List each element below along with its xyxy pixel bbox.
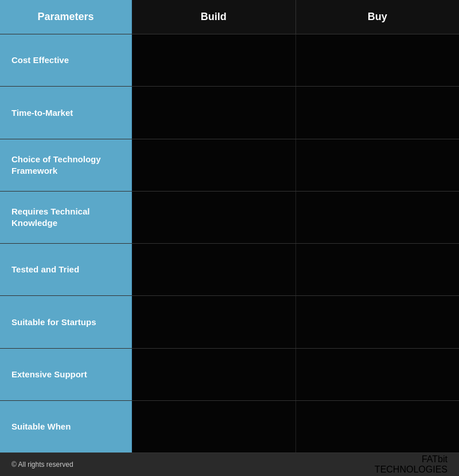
build-technical-knowledge [132, 192, 296, 243]
brand-logo: FAT bit TECHNOLOGIES [375, 454, 448, 475]
param-label: Suitable When [11, 421, 71, 432]
table-footer: © All rights reserved FAT bit TECHNOLOGI… [0, 453, 459, 476]
table-row: Time-to-Market [0, 87, 459, 139]
param-cost-effective: Cost Effective [0, 34, 132, 86]
table-row: Extensive Support [0, 349, 459, 401]
param-extensive-support: Extensive Support [0, 349, 132, 400]
param-label: Extensive Support [11, 369, 87, 380]
build-tested-tried [132, 244, 296, 295]
table-row: Cost Effective [0, 34, 459, 87]
build-technology-framework [132, 139, 296, 191]
param-label: Choice of Technology Framework [11, 154, 120, 176]
build-suitable-when [132, 401, 296, 452]
buy-suitable-startups [296, 296, 460, 348]
build-extensive-support [132, 349, 296, 400]
buy-tested-tried [296, 244, 460, 295]
buy-technology-framework [296, 139, 460, 191]
param-label: Tested and Tried [11, 264, 79, 275]
table-row: Suitable for Startups [0, 296, 459, 348]
header-buy-label: Buy [368, 11, 387, 23]
buy-time-to-market [296, 87, 460, 138]
logo-fat: FAT [422, 454, 438, 465]
param-label: Suitable for Startups [11, 317, 96, 328]
buy-suitable-when [296, 401, 460, 452]
param-suitable-startups: Suitable for Startups [0, 296, 132, 348]
build-time-to-market [132, 87, 296, 138]
header-build: Build [132, 0, 296, 34]
logo-bit: bit [438, 454, 448, 465]
param-tested-tried: Tested and Tried [0, 244, 132, 295]
buy-technical-knowledge [296, 192, 460, 243]
param-label: Cost Effective [11, 54, 69, 66]
param-suitable-when: Suitable When [0, 401, 132, 452]
table-header: Parameters Build Buy [0, 0, 459, 34]
build-cost-effective [132, 34, 296, 86]
header-build-label: Build [201, 11, 227, 23]
buy-extensive-support [296, 349, 460, 400]
buy-cost-effective [296, 34, 460, 86]
header-params-label: Parameters [37, 11, 94, 23]
table-row: Tested and Tried [0, 244, 459, 296]
param-label: Time-to-Market [11, 107, 73, 119]
table-body: Cost Effective Time-to-Market Choice of … [0, 34, 459, 453]
build-suitable-startups [132, 296, 296, 348]
header-buy: Buy [296, 0, 460, 34]
table-row: Choice of Technology Framework [0, 139, 459, 192]
param-technical-knowledge: Requires Technical Knowledge [0, 192, 132, 243]
param-time-to-market: Time-to-Market [0, 87, 132, 138]
table-row: Suitable When [0, 401, 459, 453]
comparison-table: Parameters Build Buy Cost Effective Time… [0, 0, 459, 476]
param-label: Requires Technical Knowledge [11, 206, 120, 228]
logo-tech: TECHNOLOGIES [375, 465, 448, 475]
header-parameters: Parameters [0, 0, 132, 34]
copyright-text: © All rights reserved [11, 461, 73, 469]
logo-text: FAT bit [422, 454, 448, 465]
table-row: Requires Technical Knowledge [0, 192, 459, 244]
param-technology-framework: Choice of Technology Framework [0, 139, 132, 191]
